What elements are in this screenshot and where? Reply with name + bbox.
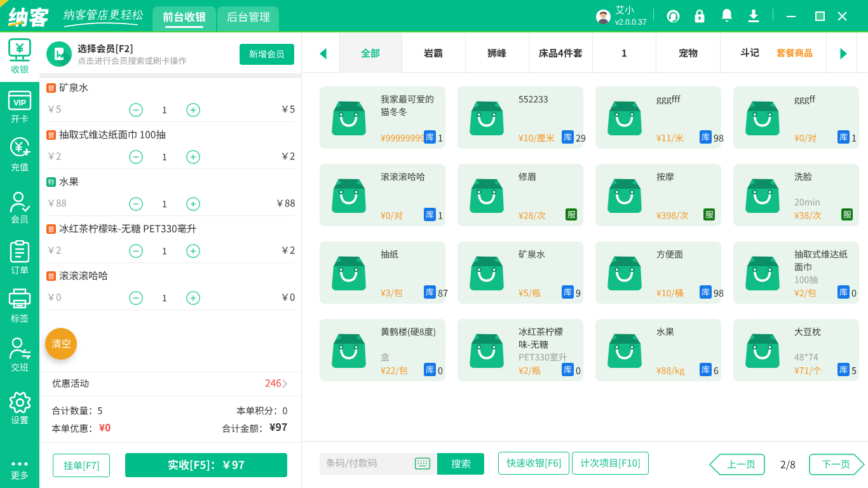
- svg-text:VIP: VIP: [13, 98, 25, 107]
- svg-text:v2.0.0.37: v2.0.0.37: [615, 18, 647, 27]
